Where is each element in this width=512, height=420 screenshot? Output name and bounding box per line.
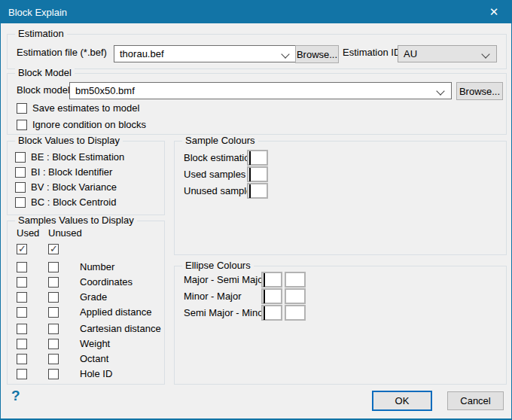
unused-octant-checkbox[interactable]: [48, 354, 59, 364]
colour-fill: [264, 290, 265, 303]
coordinates-label: Coordinates: [80, 276, 133, 288]
ignore-condition-label: Ignore condition on blocks: [32, 119, 146, 131]
bi-checkbox[interactable]: [15, 167, 26, 178]
used-samples-colour-label: Used samples: [184, 169, 245, 181]
unused-all-checkbox[interactable]: [48, 244, 59, 254]
titlebar[interactable]: Block Explain ✕: [1, 1, 511, 23]
used-grade-checkbox[interactable]: [17, 292, 27, 303]
chevron-down-icon: [481, 50, 489, 58]
chevron-down-icon: [281, 50, 289, 58]
block-values-group: Block Values to Display BE : Block Estim…: [7, 141, 165, 215]
help-icon[interactable]: ?: [11, 388, 20, 404]
estimation-file-label: Estimation file (*.bef): [17, 47, 107, 59]
cancel-button[interactable]: Cancel: [447, 391, 504, 410]
unused-column-header: Unused: [48, 227, 82, 239]
unused-coordinates-checkbox[interactable]: [48, 277, 59, 288]
block-model-combobox[interactable]: bm50x50.bmf: [69, 82, 452, 99]
save-estimates-checkbox[interactable]: [17, 103, 27, 114]
bi-label: BI : Block Identifier: [31, 166, 112, 178]
bv-checkbox[interactable]: [15, 182, 26, 193]
used-number-checkbox[interactable]: [17, 262, 27, 272]
unused-cartesian-distance-checkbox[interactable]: [48, 324, 59, 334]
sample-colours-group-label: Sample Colours: [182, 135, 258, 146]
number-label: Number: [80, 261, 114, 273]
grade-label: Grade: [80, 291, 107, 303]
block-explain-dialog: Block Explain ✕ Estimation Estimation fi…: [0, 0, 512, 420]
estimation-group-label: Estimation: [15, 29, 67, 39]
save-estimates-label: Save estimates to model: [32, 102, 139, 114]
window-title: Block Explain: [1, 7, 67, 18]
minor-major-colour-swatch[interactable]: [261, 288, 282, 304]
used-applied-distance-checkbox[interactable]: [17, 307, 27, 318]
block-model-group-label: Block Model: [15, 68, 75, 78]
semi-major-minor-colour-swatch[interactable]: [261, 305, 282, 321]
major-semi-major-colour-swatch[interactable]: [261, 272, 282, 288]
samples-values-group: Samples Values to Display Used Unused Nu…: [7, 221, 165, 385]
unused-number-checkbox[interactable]: [48, 262, 59, 272]
colour-fill: [264, 273, 265, 287]
used-coordinates-checkbox[interactable]: [17, 277, 27, 288]
close-icon[interactable]: ✕: [477, 1, 511, 23]
colour-fill: [249, 168, 251, 181]
estimation-file-value: thorau.bef: [120, 48, 164, 59]
colour-fill: [249, 151, 251, 165]
major-semi-major-label: Major - Semi Major: [184, 274, 267, 286]
ok-button[interactable]: OK: [372, 391, 432, 411]
used-samples-colour-swatch[interactable]: [247, 166, 268, 182]
unused-weight-checkbox[interactable]: [48, 339, 59, 349]
sample-colours-group: Sample Colours Block estimation Used sam…: [174, 141, 507, 255]
cartesian-distance-label: Cartesian distance: [80, 323, 161, 335]
applied-distance-label: Applied distance: [80, 306, 151, 318]
minor-major-label: Minor - Major: [184, 291, 242, 303]
estimation-group: Estimation Estimation file (*.bef) thora…: [7, 34, 507, 69]
unused-samples-colour-swatch[interactable]: [247, 183, 268, 199]
block-model-browse-button[interactable]: Browse...: [456, 82, 503, 100]
block-estimation-colour-swatch[interactable]: [247, 150, 268, 166]
major-semi-major-colour2-swatch[interactable]: [285, 272, 306, 288]
samples-values-group-label: Samples Values to Display: [15, 215, 137, 226]
block-values-group-label: Block Values to Display: [15, 135, 123, 146]
block-model-group: Block Model Block model bm50x50.bmf Brow…: [7, 73, 507, 135]
estimation-id-value: AU: [404, 48, 417, 59]
octant-label: Octant: [80, 353, 108, 365]
semi-major-minor-label: Semi Major - Minor: [184, 307, 267, 319]
weight-label: Weight: [80, 338, 110, 350]
unused-applied-distance-checkbox[interactable]: [48, 307, 59, 318]
hole-id-label: Hole ID: [80, 368, 112, 380]
semi-major-minor-colour2-swatch[interactable]: [285, 305, 306, 321]
ellipse-colours-group-label: Ellipse Colours: [182, 260, 254, 271]
used-all-checkbox[interactable]: [17, 244, 27, 254]
bc-label: BC : Block Centroid: [31, 196, 116, 208]
ellipse-colours-group: Ellipse Colours Major - Semi Major Minor…: [174, 266, 507, 385]
used-octant-checkbox[interactable]: [17, 354, 27, 364]
unused-grade-checkbox[interactable]: [48, 292, 59, 303]
be-label: BE : Block Estimation: [31, 151, 124, 163]
used-column-header: Used: [17, 227, 39, 239]
be-checkbox[interactable]: [15, 152, 26, 163]
estimation-id-combobox[interactable]: AU: [398, 45, 497, 62]
used-cartesian-distance-checkbox[interactable]: [17, 324, 27, 334]
block-estimation-colour-label: Block estimation: [184, 152, 255, 164]
colour-fill: [249, 184, 251, 198]
used-hole-id-checkbox[interactable]: [17, 369, 27, 379]
estimation-id-label: Estimation ID: [343, 47, 401, 59]
estimation-file-combobox[interactable]: thorau.bef: [114, 45, 297, 62]
unused-samples-colour-label: Unused samples: [184, 185, 257, 197]
minor-major-colour2-swatch[interactable]: [285, 288, 306, 304]
bv-label: BV : Block Variance: [31, 181, 117, 193]
ignore-condition-checkbox[interactable]: [17, 120, 27, 130]
colour-fill: [264, 306, 265, 320]
used-weight-checkbox[interactable]: [17, 339, 27, 349]
block-model-label: Block model: [17, 84, 70, 96]
estimation-browse-button[interactable]: Browse...: [295, 45, 339, 63]
chevron-down-icon: [436, 87, 444, 95]
bc-checkbox[interactable]: [15, 197, 26, 208]
block-model-value: bm50x50.bmf: [75, 85, 135, 96]
unused-hole-id-checkbox[interactable]: [48, 369, 59, 379]
